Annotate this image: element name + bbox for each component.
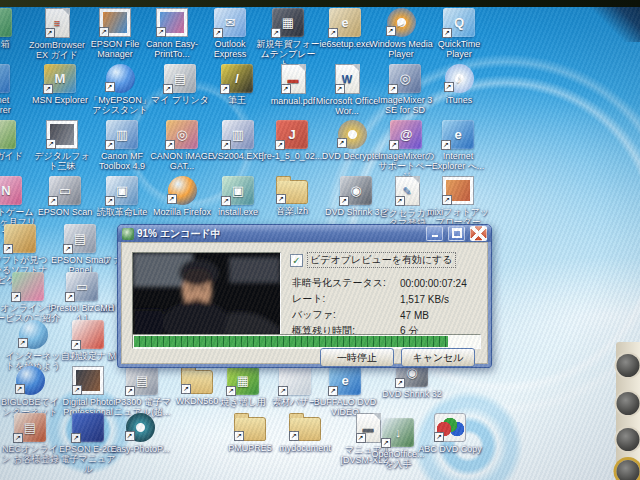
checkbox-checked-icon[interactable] (290, 254, 303, 267)
desktop-icon-myepson-assistant[interactable]: 「MyEPSON」アシスタント (88, 64, 152, 115)
close-icon[interactable] (470, 226, 487, 241)
fude-oh-glyph: / (221, 64, 253, 93)
desktop-icon-mydocument-folder[interactable]: mydocument (273, 413, 337, 453)
dialog-buttons: 一時停止 キャンセル (320, 348, 475, 367)
microsoft-office-word-glyph: W (336, 65, 359, 93)
internet-explorer-link-glyph: e (442, 120, 474, 149)
epson-file-manager-label: EPSON File Manager (83, 39, 147, 59)
desktop-icon-biglobe-internet[interactable]: BIGLOBEでインターネット (0, 366, 62, 417)
zoombrowser-ex-guide-label: ZoomBrowser EX ガイド (25, 40, 89, 60)
digital-photo-zanmai-label: デジタルフォト三昧 (30, 151, 94, 171)
buffalo-dvd-video-glyph: e (329, 366, 361, 395)
desktop-icon-fude-oh[interactable]: /筆王 (205, 64, 269, 105)
microsoft-office-word-icon: W (335, 64, 360, 94)
desktop-icon-internet-explorer-link[interactable]: eInternet Explorer へ... (426, 120, 490, 171)
encoding-dialog: 91% エンコード中 (117, 224, 492, 368)
desktop-icon-nec-online-registration[interactable]: ▤NECオンライン お客様登録 (0, 413, 62, 464)
msn-explorer-icon: M (44, 64, 76, 93)
itunes-icon: ♪ (445, 64, 474, 93)
zoombrowser-ex-guide-glyph: ≡ (46, 9, 69, 37)
bazaar-app-icon (279, 366, 311, 395)
yomitori-kakumei-lite-icon: ▣ (106, 176, 138, 205)
recycle-bin-label: ゴミ箱 (0, 39, 28, 49)
desktop-icon-epson-file-manager[interactable]: EPSON File Manager (83, 8, 147, 59)
desktop-icon-ongaku-lzh[interactable]: 音楽.lzh (260, 176, 324, 216)
internet-explorer-glyph: e (0, 64, 10, 93)
epson-scan-label: EPSON Scan (33, 207, 97, 217)
canon-mf-toolbox-icon: ▥ (106, 120, 138, 149)
nenga-template-icon: ▦ (272, 8, 304, 37)
nenga-template-glyph: ▦ (272, 8, 304, 37)
checkbox-label: ビデオプレビューを有効にする (307, 252, 456, 268)
desktop-icon-nenga-template[interactable]: ▦新規年賀フォームテンプレート... (256, 8, 320, 69)
outlook-express-icon: ✉ (214, 8, 246, 37)
desktop-icon-msn-explorer[interactable]: MMSN Explorer (28, 64, 92, 105)
desktop-icon-epson-scan[interactable]: ▭EPSON Scan (33, 176, 97, 217)
mixi-photo-uploader-icon (442, 176, 474, 205)
dialog-body: ビデオプレビューを有効にする 非暗号化ステータス:00:00:00:07:24レ… (121, 242, 488, 364)
demo-guide-label: デモガイド (0, 151, 32, 161)
msn-explorer-glyph: M (44, 64, 76, 93)
epson-file-manager-icon (99, 8, 131, 37)
desktop-icon-buffalo-dvd-video[interactable]: eBUFFALO DVD VIDEO (313, 366, 377, 417)
desktop-icon-openoffice-get[interactable]: ↓OpenOffice... を入手 (366, 418, 430, 469)
desktop-icon-digital-photo-zanmai[interactable]: デジタルフォト三昧 (30, 120, 94, 171)
dvd-shrink-copy-label: DVD Shrink 32 (380, 389, 444, 399)
desktop-icon-outlook-express[interactable]: ✉Outlook Express (198, 8, 262, 59)
cancel-button[interactable]: キャンセル (401, 348, 475, 367)
pixela-customer-registration-glyph: ✎ (396, 177, 419, 205)
easy-photoprint-icon (126, 413, 155, 442)
desktop-icon-quicktime-player[interactable]: QQuickTime Player (427, 8, 491, 59)
internet-explorer-icon: e (0, 64, 10, 93)
desktop-icon-internet-explorer[interactable]: eInternet Explorer (0, 64, 26, 115)
nec-online-registration-label: NECオンライン お客様登録 (0, 444, 62, 464)
outlook-express-glyph: ✉ (214, 8, 246, 37)
desktop-icon-ie6setup-exe[interactable]: eie6setup.exe (313, 8, 377, 49)
canon-mf-toolbox-label: Canon MF Toolbox 4.9 (90, 151, 154, 171)
stat-row: 非暗号化ステータス:00:00:00:07:24 (292, 275, 484, 291)
dvd-decrypter-icon (338, 120, 367, 149)
vs2004-exe-glyph: ▥ (222, 120, 254, 149)
canon-easy-printtoolbox-icon (156, 8, 188, 37)
desktop-icon-easy-photoprint[interactable]: Easy-PhotoP... (108, 413, 172, 454)
desktop-icon-microsoft-office-word[interactable]: WMicrosoft Office Wor... (315, 64, 379, 116)
desktop-icon-mixi-photo-uploader[interactable]: mixiフォトアップローダー (426, 176, 490, 227)
desktop-icon-canon-image-gateway[interactable]: ◎CANON iMAGE GAT... (150, 120, 214, 171)
microsoft-office-word-label: Microsoft Office Wor... (315, 96, 379, 116)
mydocument-folder-icon (289, 417, 321, 441)
progress-fill (134, 336, 448, 347)
desktop-icon-canon-easy-printtoolbox[interactable]: Canon Easy-PrintTo... (140, 8, 204, 59)
my-printer-icon: ▤ (164, 64, 196, 93)
dialog-titlebar[interactable]: 91% エンコード中 (118, 225, 491, 242)
yomitori-kakumei-lite-label: 読取革命Lite (90, 207, 154, 217)
minimize-icon[interactable] (426, 226, 443, 241)
desktop-icon-my-printer[interactable]: ▤マイ プリンタ (148, 64, 212, 105)
desk-knob-3 (617, 428, 640, 451)
desktop-icon-mozilla-firefox[interactable]: Mozilla Firefox (150, 176, 214, 217)
maximize-icon[interactable] (448, 226, 465, 241)
fude-oh-label: 筆王 (205, 95, 269, 105)
outlook-express-label: Outlook Express (198, 39, 262, 59)
openoffice-get-label: OpenOffice... を入手 (366, 449, 430, 469)
imagemixer-3-se-icon: ◎ (389, 64, 421, 93)
desktop-icon-yomitori-kakumei-lite[interactable]: ▣読取革命Lite (90, 176, 154, 217)
dialog-title: 91% エンコード中 (137, 227, 421, 241)
desktop-icon-recycle-bin[interactable]: ゴミ箱 (0, 8, 28, 49)
desktop-icon-itunes[interactable]: ♪iTunes (427, 64, 491, 105)
fude-oh-icon: / (221, 64, 253, 93)
desktop-icon-zoombrowser-ex-guide[interactable]: ≡ZoomBrowser EX ガイド (25, 8, 89, 60)
biglobe-internet-icon (16, 366, 45, 395)
my-printer-label: マイ プリンタ (148, 95, 212, 105)
stat-value: 00:00:00:07:24 (400, 278, 484, 289)
desktop-icon-canon-mf-toolbox[interactable]: ▥Canon MF Toolbox 4.9 (90, 120, 154, 171)
desktop-icon-demo-guide[interactable]: デモガイド (0, 120, 32, 161)
digital-photo-professional-icon (72, 366, 104, 395)
desktop-icon-jre-installer[interactable]: Jjre-1_5_0_02... (260, 120, 324, 161)
internet-explorer-link-label: Internet Explorer へ... (426, 151, 490, 171)
yakimashi-folder-glyph: ▦ (227, 366, 259, 395)
canon-image-gateway-icon: ◎ (166, 120, 198, 149)
net-game-glyph: N (0, 176, 22, 205)
desk-knob-1 (617, 354, 640, 377)
desktop-icon-windows-media-player[interactable]: ▸Windows Media Player (369, 8, 433, 59)
pause-button[interactable]: 一時停止 (320, 348, 394, 367)
